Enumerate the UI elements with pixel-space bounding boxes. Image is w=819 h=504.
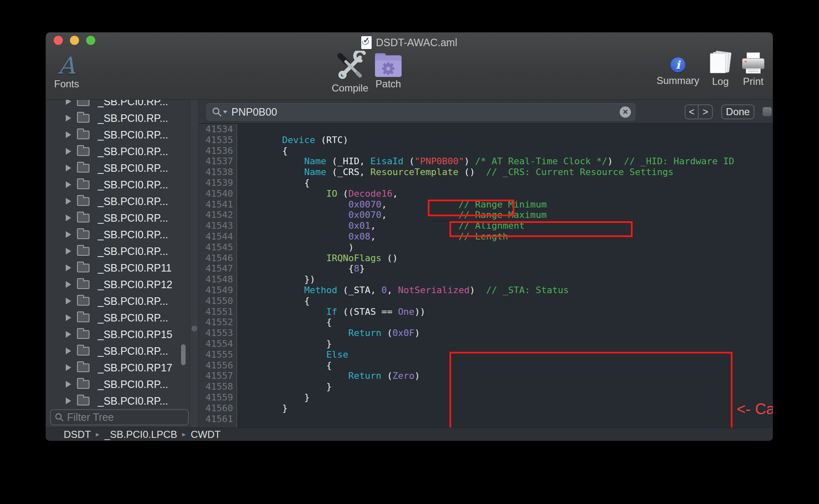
folder-icon (77, 180, 89, 189)
disclosure-triangle-icon[interactable] (66, 348, 71, 354)
tree-row[interactable]: _SB.PCI0.RP... (46, 226, 190, 243)
breadcrumb-leaf[interactable]: CWDT (191, 429, 221, 440)
disclosure-triangle-icon[interactable] (66, 331, 71, 338)
tree-row[interactable]: _SB.PCI0.RP... (46, 376, 190, 393)
toolbar-fonts-button[interactable]: A Fonts (52, 54, 82, 90)
disclosure-triangle-icon[interactable] (66, 381, 71, 388)
sidebar: _SB.PCI0.RP..._SB.PCI0.RP..._SB.PCI0.RP.… (46, 100, 190, 427)
tree-item-label: _SB.PCI0.RP... (98, 395, 168, 407)
disclosure-triangle-icon[interactable] (66, 248, 71, 254)
disclosure-triangle-icon[interactable] (66, 398, 71, 404)
line-number: 41554 (199, 338, 233, 349)
code-line: Else (238, 349, 773, 360)
toolbar-log-button[interactable]: Log (708, 52, 733, 87)
clear-search-button[interactable]: ✕ (620, 106, 631, 118)
tree-item-label: _SB.PCI0.RP11 (98, 262, 171, 274)
sidebar-tree: _SB.PCI0.RP..._SB.PCI0.RP..._SB.PCI0.RP.… (46, 100, 190, 408)
tree-row[interactable]: _SB.PCI0.RP... (46, 293, 190, 309)
print-label: Print (743, 76, 763, 87)
app-window: ✓ DSDT-AWAC.aml A Fonts Compile (46, 32, 773, 441)
tree-row[interactable]: _SB.PCI0.RP... (46, 243, 190, 259)
breadcrumb-scope[interactable]: _SB.PCI0.LPCB (104, 429, 177, 440)
disclosure-triangle-icon[interactable] (66, 281, 71, 288)
folder-icon (77, 147, 89, 156)
tree-item-label: _SB.PCI0.RP... (98, 312, 168, 324)
line-number: 41550 (199, 296, 233, 306)
disclosure-triangle-icon[interactable] (66, 198, 71, 205)
splitter-handle-icon[interactable] (191, 326, 197, 331)
disclosure-triangle-icon[interactable] (66, 264, 71, 271)
line-number: 41560 (199, 403, 233, 414)
code-line: { (238, 360, 773, 371)
tree-row[interactable]: _SB.PCI0.RP15 (46, 326, 190, 343)
tree-row[interactable]: _SB.PCI0.RP11 (46, 259, 190, 276)
folder-icon (77, 197, 89, 206)
tree-row[interactable]: _SB.PCI0.RP... (46, 143, 190, 160)
sidebar-scrollbar[interactable] (181, 344, 186, 365)
disclosure-triangle-icon[interactable] (66, 181, 71, 188)
code-line: { (238, 178, 773, 188)
code-line (238, 124, 773, 135)
code-line: {8} (238, 263, 773, 274)
folder-icon (77, 314, 89, 322)
folder-icon (77, 100, 89, 106)
tree-row[interactable]: _SB.PCI0.RP... (46, 176, 190, 193)
replace-checkbox[interactable] (762, 107, 772, 116)
annotation-note: <- Can easily be enabled (737, 400, 773, 418)
disclosure-triangle-icon[interactable] (66, 314, 71, 321)
toolbar-compile-button[interactable]: Compile (331, 51, 369, 94)
find-next-button[interactable]: > (699, 105, 712, 119)
disclosure-triangle-icon[interactable] (66, 364, 71, 371)
filter-field[interactable] (50, 409, 189, 425)
tree-item-label: _SB.PCI0.RP15 (98, 329, 172, 341)
find-field[interactable]: ✕ (206, 103, 635, 121)
tree-row[interactable]: _SB.PCI0.RP17 (46, 359, 190, 376)
tree-row[interactable]: _SB.PCI0.RP... (46, 393, 190, 408)
disclosure-triangle-icon[interactable] (66, 215, 71, 221)
toolbar-print-button[interactable]: Print (740, 52, 767, 87)
line-number: 41561 (199, 414, 233, 425)
find-input[interactable] (231, 106, 620, 118)
breadcrumb-root[interactable]: DSDT (64, 429, 91, 440)
tree-row[interactable]: _SB.PCI0.RP... (46, 210, 190, 226)
summary-info-icon: i (670, 57, 685, 72)
find-previous-button[interactable]: < (685, 105, 699, 119)
line-number: 41552 (199, 317, 233, 328)
done-button[interactable]: Done (721, 104, 754, 119)
search-scope-chevron-icon[interactable] (223, 111, 227, 114)
tree-item-label: _SB.PCI0.RP... (98, 179, 168, 191)
disclosure-triangle-icon[interactable] (66, 115, 71, 121)
filter-search-icon (55, 413, 64, 422)
toolbar-patch-button[interactable]: Patch (374, 53, 403, 90)
folder-icon (77, 297, 89, 306)
tree-row[interactable]: _SB.PCI0.RP... (46, 343, 190, 359)
code-line: Return (Zero) (238, 371, 773, 381)
disclosure-triangle-icon[interactable] (66, 165, 71, 171)
code-line: 0x0070, // Range Maximum (238, 210, 773, 220)
pane-splitter[interactable] (190, 100, 199, 427)
code-editor[interactable]: 4153441535415364153741538415394154041541… (199, 124, 773, 427)
disclosure-triangle-icon[interactable] (66, 148, 71, 155)
tree-row[interactable]: _SB.PCI0.RP... (46, 309, 190, 326)
tree-row[interactable]: _SB.PCI0.RP... (46, 193, 190, 210)
disclosure-triangle-icon[interactable] (66, 231, 71, 238)
disclosure-triangle-icon[interactable] (66, 298, 71, 304)
tree-row[interactable]: _SB.PCI0.RP12 (46, 276, 190, 293)
folder-icon (77, 347, 89, 356)
filter-tree-input[interactable] (67, 411, 188, 423)
folder-icon (77, 264, 89, 272)
close-button[interactable] (54, 36, 63, 45)
toolbar-summary-button[interactable]: i Summary (659, 57, 697, 86)
minimize-button[interactable] (70, 36, 79, 45)
code-line: } (238, 403, 773, 414)
tree-row[interactable]: _SB.PCI0.RP... (46, 160, 190, 176)
editor-pane: ✕ < > Done Replace 415344153541536415374… (199, 100, 773, 427)
tree-row[interactable]: _SB.PCI0.RP... (46, 110, 190, 126)
disclosure-triangle-icon[interactable] (66, 100, 71, 105)
tree-row[interactable]: _SB.PCI0.RP... (46, 126, 190, 143)
zoom-button[interactable] (86, 36, 95, 45)
folder-icon (77, 247, 89, 256)
print-icon (742, 52, 764, 75)
tree-row[interactable]: _SB.PCI0.RP... (46, 100, 190, 110)
disclosure-triangle-icon[interactable] (66, 131, 71, 138)
